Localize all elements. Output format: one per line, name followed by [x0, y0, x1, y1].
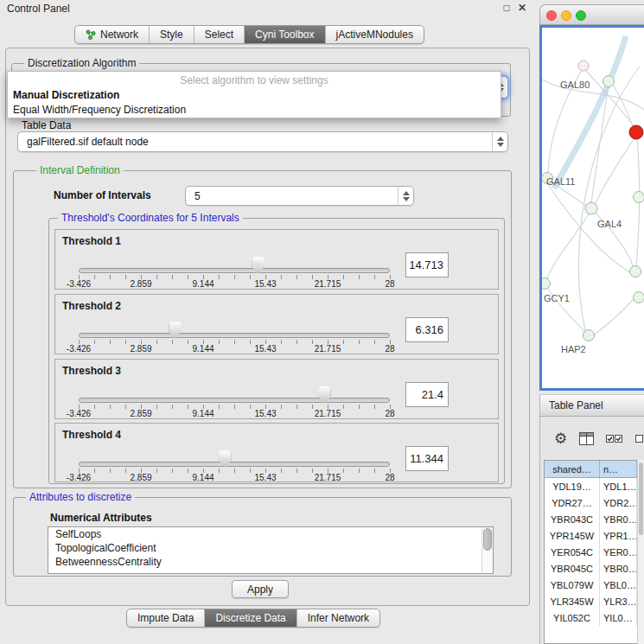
table-row[interactable]: YLR345WYLR3…	[545, 593, 637, 609]
minimize-traffic-light[interactable]	[561, 10, 571, 21]
tab-label: Infer Network	[308, 612, 369, 624]
cell-shared-name[interactable]: YDR27…	[545, 494, 600, 511]
threshold-value-input[interactable]: 11.344	[405, 446, 449, 471]
cell-shared-name[interactable]: YDL19…	[545, 478, 600, 494]
dropdown-option-equal-width-frequency[interactable]: Equal Width/Frequency Discretization	[8, 103, 501, 118]
threshold-3-panel: Threshold 3 -3.426 2.859 9.144 15.43 21.…	[54, 359, 499, 419]
table-row[interactable]: YIL052CYIL0…	[545, 609, 637, 626]
show-columns-icon[interactable]	[579, 432, 594, 445]
network-window-titlebar[interactable]	[539, 4, 644, 25]
arrow-down-icon	[403, 197, 410, 201]
list-item[interactable]: SelfLoops	[48, 527, 493, 541]
network-canvas[interactable]: GAL80 GAL11 GAL4 GCY1 HAP2	[539, 25, 644, 391]
unselect-all-columns-icon[interactable]	[635, 433, 644, 444]
close-traffic-light[interactable]	[546, 10, 557, 21]
column-header-name[interactable]: n…	[600, 461, 637, 477]
threshold-4-panel: Threshold 4 -3.426 2.859 9.144 15.43 21.…	[54, 423, 499, 482]
node[interactable]	[585, 202, 597, 214]
slider-track[interactable]	[79, 462, 390, 467]
scale-label: 2.859	[130, 409, 151, 418]
tab-impute-data[interactable]: Impute Data	[127, 609, 205, 627]
cell-name[interactable]: YDL1…	[600, 478, 637, 494]
threshold-label: Threshold 1	[62, 235, 121, 247]
number-of-intervals-select[interactable]: 5	[185, 186, 414, 206]
cell-name[interactable]: YIL0…	[600, 609, 637, 626]
number-of-intervals-value: 5	[186, 187, 398, 205]
cell-shared-name[interactable]: YLR345W	[545, 593, 600, 609]
slider-track[interactable]	[79, 398, 390, 403]
list-scrollbar[interactable]	[481, 527, 493, 573]
column-header-shared-name[interactable]: shared…	[545, 461, 600, 477]
scrollbar-thumb[interactable]	[483, 528, 492, 551]
slider-scale: -3.426 2.859 9.144 15.43 21.715 28	[79, 344, 390, 354]
node[interactable]	[583, 330, 595, 341]
table-row[interactable]: YPR145WYPR1…	[545, 527, 637, 544]
float-window-icon[interactable]: □	[500, 2, 513, 14]
node[interactable]	[634, 192, 644, 203]
close-icon[interactable]: ✕	[515, 2, 529, 14]
tab-style[interactable]: Style	[150, 26, 194, 43]
node[interactable]	[603, 76, 615, 87]
node-label-gcy1: GCY1	[544, 293, 570, 303]
node[interactable]	[542, 278, 551, 290]
tab-select[interactable]: Select	[194, 26, 245, 43]
scale-label: -3.426	[67, 344, 91, 354]
node[interactable]	[634, 292, 644, 303]
node[interactable]	[578, 61, 589, 71]
edge	[546, 213, 590, 280]
cell-name[interactable]: YER0…	[600, 544, 637, 560]
tab-discretize-data[interactable]: Discretize Data	[205, 609, 296, 627]
selected-node[interactable]	[629, 125, 643, 139]
list-item[interactable]: TopologicalCoefficient	[48, 541, 493, 555]
tab-label: Network	[100, 29, 138, 41]
cell-shared-name[interactable]: YBR045C	[545, 560, 600, 577]
tab-label: Discretize Data	[215, 612, 285, 624]
scale-label: 15.43	[254, 409, 276, 418]
select-all-columns-icon[interactable]	[606, 433, 623, 444]
threshold-value-input[interactable]: 6.316	[405, 317, 449, 342]
cell-shared-name[interactable]: YBR043C	[545, 511, 600, 527]
cell-shared-name[interactable]: YBL079W	[545, 577, 600, 593]
cell-name[interactable]: YLR3…	[600, 593, 637, 609]
dropdown-placeholder-item[interactable]: Select algorithm to view settings	[8, 73, 501, 88]
cell-shared-name[interactable]: YER054C	[545, 544, 600, 560]
cell-name[interactable]: YBL0…	[600, 577, 637, 593]
table-data-select[interactable]: galFiltered.sif default node	[17, 131, 508, 152]
scale-label: 21.715	[315, 279, 341, 289]
tab-infer-network[interactable]: Infer Network	[297, 609, 379, 627]
cell-name[interactable]: YDR2…	[600, 494, 637, 511]
combo-stepper[interactable]	[492, 132, 507, 151]
cell-name[interactable]: YBR0…	[600, 560, 637, 577]
table-scrollbar[interactable]	[637, 460, 644, 644]
apply-button[interactable]: Apply	[232, 580, 289, 598]
table-row[interactable]: YBL079WYBL0…	[545, 577, 637, 593]
slider-track[interactable]	[79, 268, 390, 273]
scale-label: 28	[385, 409, 394, 418]
scale-label: 21.715	[315, 409, 341, 418]
node[interactable]	[630, 266, 641, 277]
table-row[interactable]: YDL19…YDL1…	[545, 478, 637, 494]
tab-network[interactable]: Network	[75, 26, 150, 43]
cell-shared-name[interactable]: YIL052C	[545, 609, 600, 626]
zoom-traffic-light[interactable]	[576, 10, 586, 21]
table-row[interactable]: YBR043CYBR0…	[545, 511, 637, 527]
table-row[interactable]: YDR27…YDR2…	[545, 494, 637, 511]
cell-shared-name[interactable]: YPR145W	[545, 527, 600, 544]
cell-name[interactable]: YBR0…	[600, 511, 637, 527]
slider-track[interactable]	[79, 333, 390, 338]
list-item[interactable]: BetweennessCentrality	[48, 555, 493, 569]
table-row[interactable]: YER054CYER0…	[545, 544, 637, 560]
tab-cyni-toolbox[interactable]: Cyni Toolbox	[245, 26, 325, 43]
gear-icon[interactable]: ⚙	[554, 431, 567, 446]
combo-stepper[interactable]	[398, 187, 413, 205]
tab-label: Style	[160, 29, 183, 41]
node-label-hap2: HAP2	[561, 344, 586, 354]
scrollbar-thumb[interactable]	[639, 462, 643, 535]
scale-label: 9.144	[192, 279, 214, 289]
cell-name[interactable]: YPR1…	[600, 527, 637, 544]
threshold-value-input[interactable]: 21.4	[405, 382, 449, 407]
threshold-value-input[interactable]: 14.713	[405, 252, 449, 277]
dropdown-option-manual-discretization[interactable]: Manual Discretization	[8, 88, 501, 103]
table-row[interactable]: YBR045CYBR0…	[545, 560, 637, 577]
tab-jactivemnodules[interactable]: jActiveMNodules	[326, 26, 424, 43]
